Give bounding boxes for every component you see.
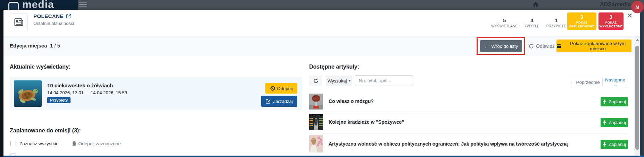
- schedule-button[interactable]: Zaplanuj: [601, 97, 628, 106]
- stat-pinned: 1 PRZYPIĘTE: [546, 15, 566, 30]
- schedule-button[interactable]: Zaplanuj: [601, 140, 628, 149]
- brand-block: media: [0, 0, 78, 10]
- current-article-dates: 14.04.2026, 13:01 — 14.04.2026, 15:59: [47, 90, 127, 95]
- unpin-button[interactable]: Odepnij: [265, 83, 297, 94]
- modal-subtitle: Ostatnie aktualności: [33, 21, 74, 26]
- top-navbar: media ADS4media: [0, 0, 644, 10]
- no-entry-icon: [270, 86, 275, 91]
- page-right-border: [641, 10, 641, 157]
- select-all-label: Zaznacz wszystkie: [19, 141, 59, 146]
- app-name: ADS4media: [600, 1, 631, 8]
- list-divider: [309, 112, 628, 112]
- current-article-title: 10 ciekawostek o żółwiach: [47, 82, 113, 88]
- search-mode-dropdown[interactable]: Wyszukaj ▾: [326, 76, 352, 86]
- screen: media ADS4media M POLECANE: [0, 0, 644, 157]
- refresh-icon: [313, 78, 319, 84]
- scheduled-item-checkbox[interactable]: [10, 154, 16, 156]
- show-scheduled-toggle[interactable]: 3 POKAŻ ZAPLANOWANE: [567, 12, 596, 30]
- list-divider: [309, 133, 628, 133]
- store-aisle-image: [309, 114, 323, 130]
- search-input[interactable]: [355, 75, 413, 86]
- calendar-icon: [556, 44, 561, 49]
- show-scheduled-here-button[interactable]: Pokaż zaplanowane w tym miejscu: [556, 40, 631, 52]
- brain-image: [309, 94, 323, 110]
- current-section-heading: Aktualnie wyświetlany:: [10, 64, 71, 70]
- trash-icon: [72, 141, 76, 146]
- modal-scrollbar-thumb[interactable]: [635, 46, 639, 150]
- turtle-image: [14, 80, 42, 107]
- place-editor-modal: POLECANE Ostatnie aktualności 5 WYŚWIETL…: [3, 10, 640, 156]
- stat-displayed: 5 WYŚWIETLANE: [491, 15, 518, 30]
- page-bottom-edge: [3, 156, 644, 157]
- avatar[interactable]: M: [631, 1, 644, 13]
- home-icon[interactable]: [532, 1, 540, 8]
- unpin-selected-button[interactable]: Odepnij zaznaczone: [72, 141, 121, 146]
- brand-text: media: [22, 0, 54, 10]
- refresh-button[interactable]: Odśwież: [529, 41, 555, 51]
- stats-row: 5 WYŚWIETLANE 4 ZWYKŁE 1 PRZYPIĘTE: [479, 15, 566, 30]
- caret-down-icon: ▾: [349, 79, 350, 82]
- current-place-number: 1: [50, 43, 53, 49]
- select-all-checkbox[interactable]: [10, 141, 16, 146]
- pin-icon: [603, 99, 606, 104]
- article-title: Artystyczna wolność w obliczu polityczny…: [329, 141, 568, 147]
- edit-place-title: Edycja miejsca 1 / 5: [10, 43, 60, 49]
- article-title: Kolejne kradzieże w "Spożywce": [329, 119, 404, 125]
- available-section-heading: Dostępne artykuły:: [309, 64, 359, 70]
- schedule-button[interactable]: Zaplanuj: [601, 118, 628, 127]
- brand-logo-icon: [8, 2, 19, 10]
- scheduled-section-heading: Zaplanowane do emisji (3):: [10, 128, 81, 134]
- refresh-icon: [529, 44, 534, 49]
- modal-title: POLECANE: [33, 13, 64, 19]
- previous-page-button[interactable]: ← Poprzednie: [570, 77, 600, 87]
- scrollbar-up-arrow-icon[interactable]: [636, 39, 639, 41]
- article-title: Co wiesz o mózgu?: [329, 98, 374, 104]
- newspaper-icon: [10, 13, 28, 31]
- pinned-badge: Przypięty: [47, 97, 71, 103]
- back-to-list-button[interactable]: ← Wróć do listy: [480, 40, 522, 52]
- pencil-square-icon: [266, 99, 271, 104]
- hamburger-icon[interactable]: [79, 2, 87, 7]
- list-divider: [309, 91, 628, 91]
- arrow-left-icon: ←: [484, 44, 489, 49]
- refresh-articles-button[interactable]: [309, 76, 322, 86]
- external-link-icon[interactable]: [66, 14, 71, 19]
- pin-icon: [603, 142, 606, 147]
- manage-button[interactable]: Zarządzaj: [261, 96, 297, 107]
- pin-icon: [603, 120, 606, 125]
- sidebar-edge: [0, 10, 3, 157]
- total-places-number: 5: [57, 43, 60, 49]
- next-page-button[interactable]: Następne →: [602, 77, 628, 87]
- artist-painting-image: [309, 135, 323, 152]
- show-excluded-toggle[interactable]: 3 POKAŻ WYKLUCZONE: [598, 12, 624, 30]
- stat-regular: 4 ZWYKŁE: [525, 15, 539, 30]
